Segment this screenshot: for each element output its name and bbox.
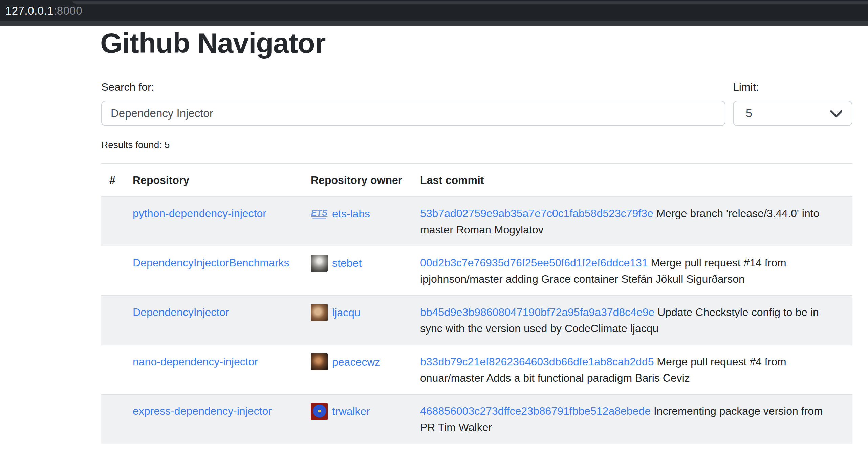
table-row: DependencyInjectorBenchmarksstebet00d2b3… bbox=[101, 246, 852, 296]
repository-link[interactable]: DependencyInjector bbox=[133, 306, 229, 318]
ets-logo-tagline bbox=[312, 218, 326, 219]
commit-message-line2: onuar/master Adds a bit functional parad… bbox=[420, 370, 844, 386]
results-table: # Repository Repository owner Last commi… bbox=[101, 163, 852, 444]
owner-avatar-image[interactable] bbox=[311, 304, 328, 321]
table-row: DependencyInjectorljacqubb45d9e3b9860804… bbox=[101, 296, 852, 345]
owner-link[interactable]: peacecwz bbox=[332, 354, 380, 370]
browser-top-bar: 127.0.0.1:8000 bbox=[0, 0, 868, 21]
search-input[interactable] bbox=[101, 101, 725, 126]
browser-toolbar-edge bbox=[0, 21, 868, 26]
row-index-cell bbox=[101, 246, 125, 296]
owner-avatar-image[interactable] bbox=[311, 353, 328, 370]
commit-message-line1: Incrementing package version from bbox=[651, 405, 823, 417]
address-bar[interactable]: 127.0.0.1:8000 bbox=[5, 5, 82, 17]
repository-link[interactable]: express-dependency-injector bbox=[133, 405, 272, 417]
commit-hash-link[interactable]: bb45d9e3b98608047190bf72a95fa9a37d8c4e9e bbox=[420, 306, 654, 318]
ets-logo-icon: ETS bbox=[311, 208, 328, 217]
url-host: 127.0.0.1 bbox=[5, 4, 53, 17]
table-header-row: # Repository Repository owner Last commi… bbox=[101, 164, 852, 197]
col-header-owner: Repository owner bbox=[303, 164, 412, 197]
search-form: Search for: Limit: 5 bbox=[101, 79, 852, 126]
commit-message-line2: ipjohnson/master adding Grace container … bbox=[420, 271, 844, 287]
owner-avatar-image[interactable] bbox=[311, 403, 328, 420]
row-index-cell bbox=[101, 394, 125, 444]
limit-select[interactable]: 5 bbox=[733, 101, 852, 126]
col-header-repository: Repository bbox=[125, 164, 303, 197]
repository-link[interactable]: nano-dependency-injector bbox=[133, 356, 258, 368]
chevron-down-icon bbox=[830, 110, 842, 118]
col-header-last-commit: Last commit bbox=[412, 164, 852, 197]
owner-avatar-image[interactable] bbox=[311, 255, 328, 272]
table-row: python-dependency-injectorETSets-labs53b… bbox=[101, 197, 852, 246]
browser-tab-strip bbox=[72, 1, 868, 4]
repository-link[interactable]: python-dependency-injector bbox=[133, 207, 266, 219]
owner-link[interactable]: ljacqu bbox=[332, 304, 361, 321]
commit-message-line2: sync with the version used by CodeClimat… bbox=[420, 320, 844, 337]
commit-message-line1: Merge branch 'release/3.44.0' into bbox=[653, 207, 820, 219]
limit-label: Limit: bbox=[733, 79, 852, 95]
table-row: express-dependency-injectortrwalker46885… bbox=[101, 394, 852, 444]
commit-hash-link[interactable]: 53b7ad02759e9ab35a7e7c0c1fab58d523c79f3e bbox=[420, 207, 653, 219]
commit-hash-link[interactable]: 468856003c273dffce23b86791fbbe512a8ebede bbox=[420, 405, 651, 417]
row-index-cell bbox=[101, 197, 125, 246]
commit-message-line1: Update Checkstyle config to be in bbox=[654, 306, 819, 318]
owner-link[interactable]: trwalker bbox=[332, 403, 370, 420]
commit-message-line1: Merge pull request #14 from bbox=[648, 257, 786, 269]
owner-link[interactable]: ets-labs bbox=[332, 206, 370, 222]
owner-link[interactable]: stebet bbox=[332, 255, 362, 271]
results-summary: Results found: 5 bbox=[101, 138, 170, 152]
repository-link[interactable]: DependencyInjectorBenchmarks bbox=[133, 257, 289, 269]
table-row: nano-dependency-injectorpeacecwzb33db79c… bbox=[101, 345, 852, 394]
limit-select-value: 5 bbox=[746, 107, 752, 120]
commit-message-line1: Merge pull request #4 from bbox=[654, 356, 786, 368]
owner-avatar-image[interactable]: ETS bbox=[311, 205, 328, 222]
commit-hash-link[interactable]: b33db79c21ef8262364603db66dfe1ab8cab2dd5 bbox=[420, 356, 654, 368]
row-index-cell bbox=[101, 345, 125, 394]
page-title: Github Navigator bbox=[100, 29, 325, 57]
search-label: Search for: bbox=[101, 79, 725, 95]
row-index-cell bbox=[101, 296, 125, 345]
commit-hash-link[interactable]: 00d2b3c7e76935d76f25ee50f6d1f2ef6ddce131 bbox=[420, 257, 648, 269]
commit-message-line2: master Roman Mogylatov bbox=[420, 221, 844, 238]
commit-message-line2: PR Tim Walker bbox=[420, 419, 844, 435]
url-port: :8000 bbox=[53, 4, 82, 17]
col-header-index: # bbox=[101, 164, 125, 197]
